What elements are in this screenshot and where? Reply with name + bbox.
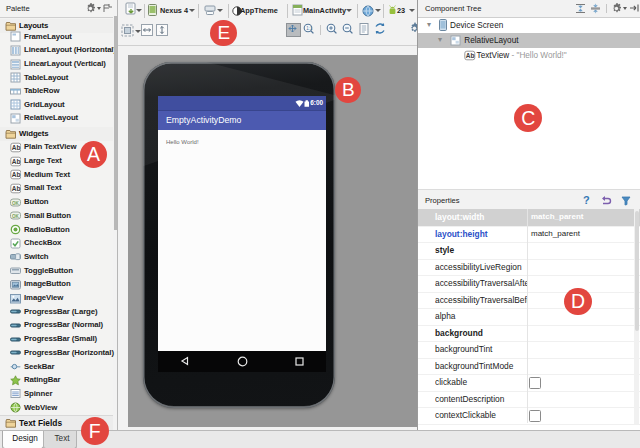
svg-text:Ab: Ab [12, 158, 21, 165]
svg-text:OK: OK [12, 200, 20, 205]
svg-text:Ab: Ab [12, 185, 21, 192]
svg-text:Ab: Ab [12, 144, 21, 151]
svg-text:OK: OK [12, 214, 20, 219]
svg-text:Ab: Ab [466, 52, 475, 59]
svg-text:1:1: 1:1 [306, 26, 313, 31]
svg-text:Ab: Ab [12, 171, 21, 178]
